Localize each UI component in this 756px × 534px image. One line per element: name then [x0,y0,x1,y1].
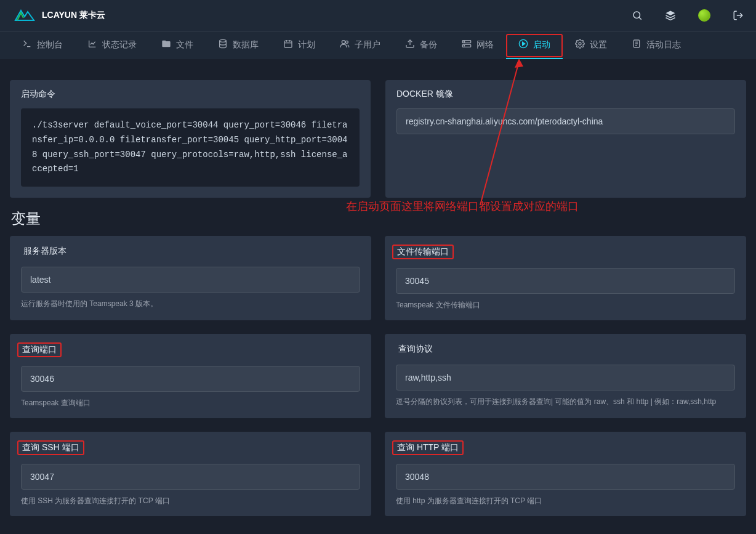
topbar-right [632,9,744,22]
docker-image-title: DOCKER 镜像 [385,80,746,108]
nav-label: 设置 [590,39,607,51]
nav-label: 控制台 [37,39,63,51]
nav-label: 活动日志 [646,39,681,51]
upload-icon [405,39,415,51]
svg-point-12 [345,41,348,43]
play-icon [518,39,528,51]
svg-point-6 [220,39,227,42]
folder-icon [161,39,171,51]
svg-marker-19 [523,42,525,45]
brand-logo[interactable]: LCAYUN 莱卡云 [12,7,105,24]
docker-image-input[interactable] [396,108,735,134]
database-icon [218,39,228,51]
nav-users[interactable]: 子用户 [328,31,393,59]
nav-label: 启动 [533,39,550,51]
svg-rect-7 [284,41,292,47]
variable-panel: 服务器版本 运行服务器时使用的 Teamspeak 3 版本。 [10,236,371,320]
book-icon [632,39,641,51]
variable-label: 查询端口 [17,342,62,357]
nav-settings[interactable]: 设置 [563,31,619,59]
nav-chart[interactable]: 状态记录 [75,31,149,59]
nav-play[interactable]: 启动 [506,31,563,59]
terminal-icon [22,39,32,51]
nav-calendar[interactable]: 计划 [271,31,328,59]
variable-input[interactable] [21,464,360,490]
nav-book[interactable]: 活动日志 [619,31,693,59]
logout-icon[interactable] [733,10,744,21]
network-icon [462,39,472,51]
variable-label: 查询 SSH 端口 [17,440,84,455]
logo-icon [12,7,37,24]
layers-icon[interactable] [665,10,676,21]
avatar[interactable] [698,9,710,22]
startup-command-panel: 启动命令 ./ts3server default_voice_port=3004… [10,80,371,198]
nav-label: 子用户 [355,39,380,51]
brand-text: LCAYUN 莱卡云 [42,10,105,21]
variable-input[interactable] [396,365,735,390]
variables-grid: 服务器版本 运行服务器时使用的 Teamspeak 3 版本。 文件传输端口 T… [10,236,746,516]
variable-description: 使用 SSH 为服务器查询连接打开的 TCP 端口 [21,496,360,506]
variable-description: Teamspeak 文件传输端口 [396,300,735,310]
variable-input[interactable] [396,464,735,490]
svg-point-17 [464,46,464,46]
variable-input[interactable] [21,267,360,293]
variable-label: 文件传输端口 [392,245,454,259]
nav-label: 文件 [176,39,193,51]
nav-label: 网络 [477,39,494,51]
topbar: LCAYUN 莱卡云 [0,0,756,31]
variable-input[interactable] [396,268,735,294]
variable-description: 逗号分隔的协议列表，可用于连接到服务器查询| 可能的值为 raw、ssh 和 h… [396,397,735,407]
variable-input[interactable] [21,366,360,392]
svg-point-20 [579,42,581,45]
calendar-icon [283,39,293,51]
variable-label: 服务器版本 [21,245,69,258]
svg-point-0 [633,12,640,18]
search-icon[interactable] [632,10,643,21]
svg-marker-26 [515,59,523,68]
docker-image-panel: DOCKER 镜像 [385,80,746,198]
variable-panel: 文件传输端口 Teamspeak 文件传输端口 [385,236,746,320]
nav-label: 状态记录 [102,39,137,51]
nav-upload[interactable]: 备份 [393,31,449,59]
variable-panel: 查询 SSH 端口 使用 SSH 为服务器查询连接打开的 TCP 端口 [10,432,371,516]
svg-point-11 [342,41,345,44]
main-nav: 控制台状态记录文件数据库计划子用户备份网络启动设置活动日志 [0,31,756,59]
variable-label: 查询协议 [396,342,435,356]
annotation-text: 在启动页面这里将网络端口都设置成对应的端口 [346,199,579,214]
variable-panel: 查询端口 Teamspeak 查询端口 [10,334,371,418]
variable-panel: 查询 HTTP 端口 使用 http 为服务器查询连接打开的 TCP 端口 [385,432,746,516]
settings-icon [575,39,585,51]
variable-description: 使用 http 为服务器查询连接打开的 TCP 端口 [396,496,735,506]
nav-label: 备份 [420,39,437,51]
nav-database[interactable]: 数据库 [206,31,271,59]
nav-label: 数据库 [233,39,259,51]
variable-description: 运行服务器时使用的 Teamspeak 3 版本。 [21,299,360,309]
variable-label: 查询 HTTP 端口 [392,440,464,455]
users-icon [340,39,350,51]
nav-terminal[interactable]: 控制台 [10,31,75,59]
svg-point-16 [464,41,464,42]
svg-line-1 [639,17,641,20]
startup-command-title: 启动命令 [10,80,371,108]
nav-network[interactable]: 网络 [449,31,506,59]
startup-command-code: ./ts3server default_voice_port=30044 que… [21,108,360,187]
variable-panel: 查询协议 逗号分隔的协议列表，可用于连接到服务器查询| 可能的值为 raw、ss… [385,334,746,418]
variable-description: Teamspeak 查询端口 [21,398,360,408]
chart-icon [87,39,97,51]
nav-label: 计划 [298,39,315,51]
nav-folder[interactable]: 文件 [149,31,206,59]
